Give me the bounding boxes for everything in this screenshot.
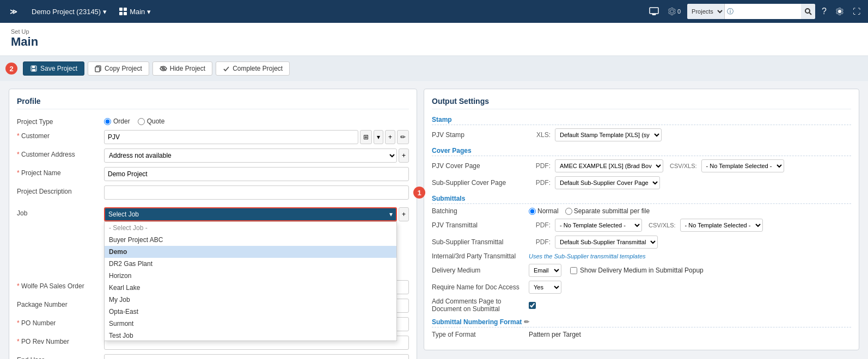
require-name-label: Require Name for Doc Access <box>432 283 524 291</box>
expand-icon[interactable]: ⛶ <box>851 5 863 18</box>
job-option-placeholder[interactable]: - Select Job - <box>105 222 396 234</box>
complete-project-button[interactable]: Complete Project <box>216 61 290 76</box>
add-comments-label: Add Comments Page to Document on Submitt… <box>432 298 524 313</box>
customer-grid-button[interactable]: ⊞ <box>360 130 372 144</box>
show-delivery-checkbox[interactable] <box>570 267 577 274</box>
project-selector[interactable]: Demo Project (23145) ▾ <box>27 5 111 18</box>
quote-radio-text: Quote <box>147 117 165 125</box>
job-option-myjob[interactable]: My Job <box>105 294 396 306</box>
customer-add-button[interactable]: + <box>385 130 395 144</box>
end-user-input[interactable] <box>104 354 409 359</box>
order-radio[interactable] <box>104 118 111 125</box>
show-delivery-label: Show Delivery Medium in Submittal Popup <box>580 267 704 274</box>
customer-edit-button[interactable]: ✏ <box>397 130 409 144</box>
job-add-button[interactable]: + <box>399 207 409 221</box>
pjv-stamp-select[interactable]: Default Stamp Template [XLS] (sy <box>555 128 662 141</box>
add-comments-checkbox[interactable] <box>529 302 536 309</box>
batching-separate-radio[interactable] <box>565 208 572 215</box>
notification-count: 0 <box>677 8 681 15</box>
project-name-required: * <box>17 169 20 177</box>
copy-icon <box>95 65 102 72</box>
job-option-test[interactable]: Test Job <box>105 330 396 341</box>
pjv-stamp-label: PJV Stamp <box>432 131 524 139</box>
save-icon <box>30 65 38 72</box>
pjv-trans-pdf-select[interactable]: - No Template Selected - <box>555 219 642 232</box>
svg-rect-3 <box>124 12 127 15</box>
project-dropdown-icon: ▾ <box>103 8 107 16</box>
quote-radio[interactable] <box>138 118 145 125</box>
pjv-trans-csv-select[interactable]: - No Template Selected - <box>680 219 763 232</box>
batching-normal-radio[interactable] <box>529 208 536 215</box>
svg-rect-0 <box>119 8 123 11</box>
submittal-numbering-edit-icon[interactable]: ✏ <box>524 318 529 326</box>
pjv-cover-select[interactable]: AMEC EXAMPLE [XLS] (Brad Bov <box>555 159 663 172</box>
project-name-input[interactable]: Demo Project <box>104 167 409 181</box>
hide-icon <box>160 66 167 71</box>
search-input[interactable] <box>736 4 801 19</box>
project-name-field: Demo Project <box>104 167 409 181</box>
quote-radio-label[interactable]: Quote <box>138 117 165 125</box>
add-comments-row: Add Comments Page to Document on Submitt… <box>432 298 851 313</box>
project-description-input[interactable] <box>104 185 409 200</box>
job-option-dr2[interactable]: DR2 Gas Plant <box>105 258 396 270</box>
app-logo[interactable]: ≫ <box>5 5 22 18</box>
pjv-transmittal-row: PJV Transmittal PDF: - No Template Selec… <box>432 219 851 232</box>
sub-sup-trans-label: Sub-Supplier Transmittal <box>432 238 524 246</box>
main-menu[interactable]: Main ▾ <box>114 5 155 18</box>
page-header: Set Up Main <box>0 23 868 56</box>
monitor-icon[interactable] <box>647 5 661 18</box>
svg-rect-6 <box>652 14 656 15</box>
pjv-cover-csv-select[interactable]: - No Template Selected - <box>701 159 784 172</box>
sub-sup-trans-row: Sub-Supplier Transmittal PDF: Default Su… <box>432 236 851 249</box>
sub-sup-trans-select[interactable]: Default Sub-Supplier Transmittal <box>555 236 658 249</box>
batching-normal-label[interactable]: Normal <box>529 207 559 215</box>
job-select-button[interactable]: Select Job ▾ <box>104 207 397 221</box>
order-radio-label[interactable]: Order <box>104 117 130 125</box>
settings-icon[interactable] <box>833 5 846 18</box>
stamp-section-label: Stamp <box>432 116 851 125</box>
save-project-button[interactable]: Save Project <box>23 61 84 76</box>
require-name-select[interactable]: Yes No <box>529 281 561 294</box>
pjv-cover-row: PJV Cover Page PDF: AMEC EXAMPLE [XLS] (… <box>432 159 851 172</box>
job-option-buyer[interactable]: Buyer Project ABC <box>105 234 396 246</box>
profile-panel-title: Profile <box>17 97 409 109</box>
delivery-medium-select[interactable]: Email <box>529 264 561 277</box>
sub-supplier-cover-label: Sub-Supplier Cover Page <box>432 179 524 187</box>
action-bar: 2 Save Project Copy Project Hide Project… <box>0 56 868 81</box>
end-user-row: End User <box>17 354 409 359</box>
sub-supplier-cover-select[interactable]: Default Sub-Supplier Cover Page <box>555 176 660 189</box>
customer-input[interactable]: PJV <box>104 130 358 144</box>
job-option-surmont[interactable]: Surmont <box>105 318 396 330</box>
sub-sup-trans-type: PDF: <box>529 238 551 246</box>
job-dropdown-container: Select Job ▾ - Select Job - Buyer Projec… <box>104 207 397 221</box>
batching-options: Normal Separate submittal per file <box>529 207 650 215</box>
help-icon[interactable]: ? <box>820 4 829 18</box>
customer-address-required: * <box>17 151 20 158</box>
customer-address-row: * Customer Address Address not available… <box>17 148 409 163</box>
batching-separate-label[interactable]: Separate submittal per file <box>565 207 650 215</box>
svg-point-7 <box>805 9 810 13</box>
type-of-format-label: Type of Format <box>432 331 524 338</box>
search-category-select[interactable]: Projects <box>687 4 724 19</box>
copy-project-button[interactable]: Copy Project <box>88 61 149 76</box>
po-label: * PO Number <box>17 317 104 327</box>
job-option-demo[interactable]: Demo Demo <box>105 246 396 258</box>
gear-notification-icon[interactable]: 0 <box>665 5 683 18</box>
customer-address-add-button[interactable]: + <box>399 148 409 163</box>
job-option-kearl[interactable]: Kearl Lake <box>105 282 396 294</box>
job-option-horizon[interactable]: Horizon <box>105 270 396 282</box>
pjv-cover-label: PJV Cover Page <box>432 162 524 170</box>
customer-dropdown-button[interactable]: ▾ <box>374 130 383 144</box>
customer-address-select[interactable]: Address not available <box>104 148 397 163</box>
hide-project-button[interactable]: Hide Project <box>152 61 212 76</box>
search-button[interactable] <box>801 4 815 19</box>
job-input-group: Select Job ▾ - Select Job - Buyer Projec… <box>104 207 409 221</box>
job-option-opta[interactable]: Opta-East <box>105 306 396 318</box>
submittals-label: Submittals <box>432 195 851 204</box>
end-user-field <box>104 354 409 359</box>
hide-project-label: Hide Project <box>170 65 205 72</box>
delivery-medium-row: Delivery Medium Email Show Delivery Medi… <box>432 264 851 277</box>
pjv-stamp-type: XLS: <box>529 131 551 139</box>
batching-normal-text: Normal <box>537 207 559 215</box>
project-name: Demo Project (23145) <box>32 8 101 16</box>
